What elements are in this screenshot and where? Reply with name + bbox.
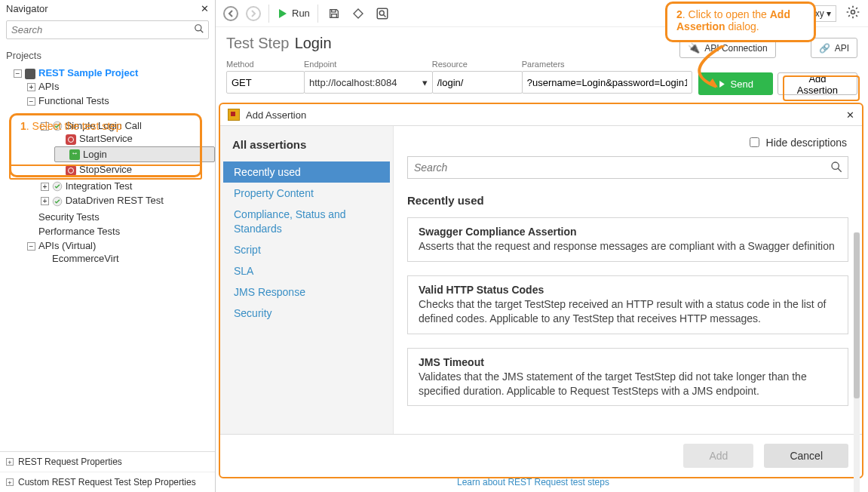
- category-item[interactable]: Recently used: [223, 161, 390, 183]
- svg-line-20: [838, 168, 842, 172]
- callout-step1: 1. Select the test step: [9, 113, 202, 177]
- assertion-title: Valid HTTP Status Codes: [419, 284, 837, 296]
- gear-icon[interactable]: [845, 5, 860, 22]
- request-bar: Method Endpointhttp://localhost:8084▾ Re…: [216, 60, 868, 95]
- svg-rect-5: [332, 9, 336, 11]
- endpoint-select[interactable]: http://localhost:8084▾: [304, 71, 433, 94]
- send-button[interactable]: Send: [698, 72, 773, 95]
- properties-panel: +REST Request Properties +Custom REST Re…: [0, 451, 215, 492]
- dialog-cancel-button[interactable]: Cancel: [764, 444, 848, 468]
- callout-step2: 2. Click to open the Add Assertion dialo…: [665, 2, 816, 42]
- rest-request-properties[interactable]: +REST Request Properties: [0, 452, 215, 472]
- chevron-down-icon: ▾: [422, 77, 428, 88]
- svg-line-1: [201, 30, 204, 33]
- parameters-label: Parameters: [522, 60, 692, 69]
- nav-search-input[interactable]: [6, 20, 209, 39]
- dialog-add-button[interactable]: Add: [683, 444, 753, 468]
- plug-icon: 🔌: [688, 42, 700, 54]
- tree-node-security[interactable]: Security Tests: [27, 210, 215, 224]
- svg-rect-7: [377, 8, 388, 19]
- run-button[interactable]: Run: [277, 8, 310, 20]
- diamond-icon[interactable]: [350, 5, 367, 22]
- api-button[interactable]: 🔗API: [811, 38, 857, 58]
- svg-point-0: [195, 25, 201, 31]
- forward-icon: [246, 6, 261, 21]
- tree-node-datadriven[interactable]: + DataDriven REST Test: [41, 193, 215, 208]
- svg-point-8: [379, 11, 384, 15]
- dialog-close-icon[interactable]: ✕: [846, 109, 854, 121]
- navigator-close-icon[interactable]: ✕: [201, 3, 209, 14]
- assertion-description: Validates that the JMS statement of the …: [419, 370, 837, 398]
- svg-point-18: [851, 11, 855, 14]
- method-label: Method: [226, 60, 305, 69]
- category-item[interactable]: SLA: [223, 260, 390, 281]
- navigator-sidebar: Navigator ✕ Projects −REST Sample Projec…: [0, 0, 216, 492]
- hide-descriptions-toggle[interactable]: Hide descriptions: [747, 135, 847, 149]
- all-assertions-title: All assertions: [232, 138, 381, 151]
- assertion-description: Asserts that the request and response me…: [419, 239, 837, 254]
- tree-node-integration[interactable]: + Integration Test: [41, 179, 215, 194]
- back-icon[interactable]: [223, 6, 238, 21]
- svg-point-19: [832, 162, 839, 169]
- custom-rest-properties[interactable]: +Custom REST Request Test Step Propertie…: [0, 472, 215, 492]
- learn-link[interactable]: Learn about REST Request test steps: [457, 477, 609, 487]
- projects-label: Projects: [0, 45, 215, 66]
- assertion-search-input[interactable]: [407, 156, 848, 179]
- recently-used-title: Recently used: [407, 194, 848, 207]
- save-icon[interactable]: [326, 5, 342, 22]
- svg-rect-6: [332, 14, 337, 17]
- resource-input[interactable]: [432, 71, 523, 94]
- tree-node-apis[interactable]: +APIs: [27, 79, 215, 94]
- assertion-categories-panel: All assertions Recently usedProperty Con…: [220, 126, 394, 434]
- category-item[interactable]: Property Content: [223, 183, 390, 204]
- add-assertion-button[interactable]: Add Assertion: [778, 72, 857, 95]
- add-assertion-dialog: Add Assertion ✕ All assertions Recently …: [219, 103, 863, 478]
- category-item[interactable]: JMS Response: [223, 281, 390, 303]
- category-item[interactable]: Security: [223, 303, 390, 324]
- link-icon: 🔗: [819, 43, 830, 54]
- category-item[interactable]: Script: [223, 239, 390, 260]
- hide-descriptions-checkbox[interactable]: [750, 137, 759, 147]
- assertion-card[interactable]: Valid HTTP Status CodesChecks that the t…: [407, 275, 848, 334]
- tree-node-performance[interactable]: Performance Tests: [27, 224, 215, 238]
- resource-label: Resource: [432, 60, 523, 69]
- assertion-card[interactable]: JMS TimeoutValidates that the JMS statem…: [407, 348, 848, 407]
- endpoint-label: Endpoint: [304, 60, 433, 69]
- svg-line-9: [383, 14, 385, 17]
- assertion-description: Checks that the target TestStep received…: [419, 297, 837, 326]
- category-item[interactable]: Compliance, Status and Standards: [223, 204, 390, 238]
- assertion-title: Swagger Compliance Assertion: [419, 226, 837, 238]
- dialog-title-text: Add Assertion: [246, 109, 846, 121]
- dialog-scrollbar[interactable]: [854, 232, 860, 492]
- assertion-title: JMS Timeout: [419, 356, 837, 368]
- search-icon[interactable]: [194, 23, 204, 36]
- search-icon[interactable]: [830, 161, 842, 175]
- parameters-input[interactable]: [522, 71, 692, 94]
- navigator-title: Navigator: [6, 3, 201, 14]
- method-input[interactable]: [226, 71, 305, 94]
- search-toolbar-icon[interactable]: [374, 5, 391, 22]
- tree-node-virtual[interactable]: −APIs (Virtual) EcommerceVirt: [27, 238, 215, 267]
- tree-node-ecommerce[interactable]: EcommerceVirt: [41, 251, 215, 266]
- dialog-icon: [228, 109, 240, 121]
- assertion-card[interactable]: Swagger Compliance AssertionAsserts that…: [407, 217, 848, 262]
